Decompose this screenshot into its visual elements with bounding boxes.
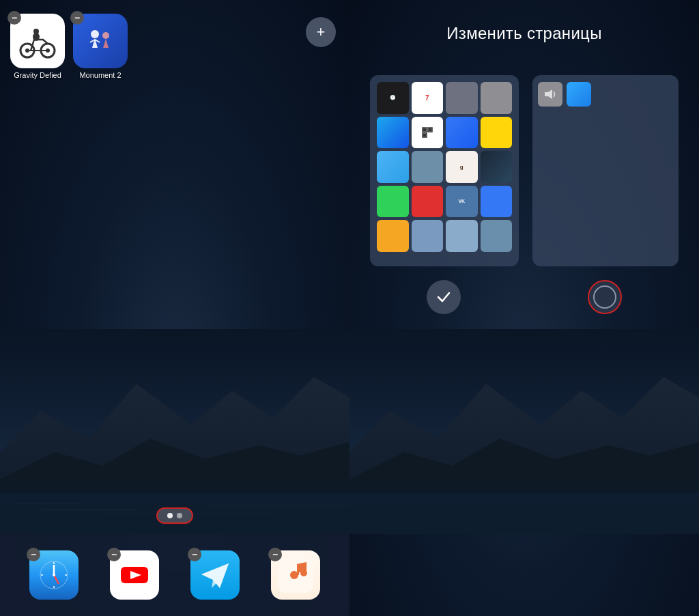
dock: − −: [0, 534, 350, 616]
mini-app-steam: [481, 151, 513, 183]
dock-item-safari[interactable]: −: [29, 550, 79, 600]
pages-container: 🕐 7 g VK: [370, 75, 679, 266]
page-dots[interactable]: [156, 507, 193, 524]
mini-app-clock: 🕐: [377, 82, 409, 114]
left-panel: − Gravity Defied −: [0, 0, 350, 616]
second-page-thumbnail[interactable]: [532, 75, 679, 266]
mini-app-folder1: [446, 82, 478, 114]
remove-badge-safari[interactable]: −: [27, 548, 40, 561]
dock-item-telegram[interactable]: −: [190, 550, 240, 600]
telegram-svg: [198, 558, 232, 592]
svg-point-18: [102, 32, 109, 39]
monument-svg: [80, 20, 121, 61]
svg-rect-44: [545, 92, 548, 96]
mini-app-folder5: [481, 220, 513, 252]
gravity-defied-label: Gravity Defied: [14, 71, 61, 79]
mini-app-messages: [377, 186, 409, 218]
safari-svg: [37, 558, 71, 592]
svg-point-22: [53, 574, 55, 576]
mini-app-calendar: 7: [412, 82, 444, 114]
mini-app-goodreads: g: [446, 151, 478, 183]
svg-point-15: [91, 30, 99, 38]
svg-point-14: [33, 29, 39, 34]
svg-rect-41: [429, 128, 431, 131]
dock-item-youtube[interactable]: −: [110, 550, 159, 600]
circle-inner: [593, 285, 616, 309]
svg-rect-39: [423, 128, 426, 131]
mini-app-blue-app: [567, 82, 591, 107]
main-page-thumbnail[interactable]: 🕐 7 g VK: [370, 75, 519, 266]
remove-badge-gravity[interactable]: −: [8, 11, 21, 25]
page-title: Изменить страницы: [350, 24, 699, 43]
scrobbler-svg: [278, 557, 313, 593]
remove-badge-telegram[interactable]: −: [188, 548, 201, 561]
mini-app-vk: VK: [446, 186, 478, 218]
add-page-button[interactable]: +: [306, 17, 336, 47]
mountain-background-right: [350, 329, 699, 534]
monument-label: Monument 2: [79, 71, 121, 79]
circle-btn-container[interactable]: [531, 280, 679, 314]
gravity-defied-svg: [17, 20, 58, 61]
dots-container[interactable]: [156, 507, 193, 524]
app-item-gravity-defied[interactable]: − Gravity Defied: [10, 14, 65, 79]
dot-2[interactable]: [177, 513, 182, 518]
mini-app-mail: [446, 117, 478, 149]
app-item-monument[interactable]: − Monument 2: [73, 14, 128, 79]
mini-app-appstore: [377, 117, 409, 149]
svg-point-33: [300, 570, 307, 576]
svg-rect-37: [350, 493, 699, 534]
svg-line-21: [54, 575, 59, 584]
mini-app-qr: [412, 117, 444, 149]
dot-1[interactable]: [167, 513, 173, 518]
checkmark-container[interactable]: [370, 280, 517, 314]
remove-badge-monument[interactable]: −: [70, 11, 84, 25]
app-grid: − Gravity Defied −: [10, 14, 128, 79]
mini-app-folder2: [412, 151, 444, 183]
mini-app-folder4: [446, 220, 478, 252]
page-controls: [370, 280, 679, 314]
right-panel: Изменить страницы 🕐 7 g VK: [350, 0, 699, 616]
mini-app-notes: [481, 117, 513, 149]
mini-app-red: [412, 186, 444, 218]
mini-app-blue: [481, 186, 513, 218]
mini-app-files: [377, 151, 409, 183]
mini-app-settings: [481, 82, 513, 114]
remove-badge-scrobbler[interactable]: −: [268, 548, 282, 561]
svg-rect-32: [297, 564, 299, 575]
svg-rect-43: [423, 134, 426, 137]
checkmark-button[interactable]: [427, 280, 461, 314]
mountain-background-left: [0, 329, 350, 534]
youtube-svg: [117, 557, 152, 593]
dock-item-scrobbler[interactable]: −: [271, 550, 320, 600]
mini-app-yellow: [377, 220, 409, 252]
mini-app-speaker: [538, 82, 562, 107]
mini-app-folder3: [412, 220, 444, 252]
circle-button[interactable]: [588, 280, 622, 314]
remove-badge-youtube[interactable]: −: [107, 548, 121, 561]
